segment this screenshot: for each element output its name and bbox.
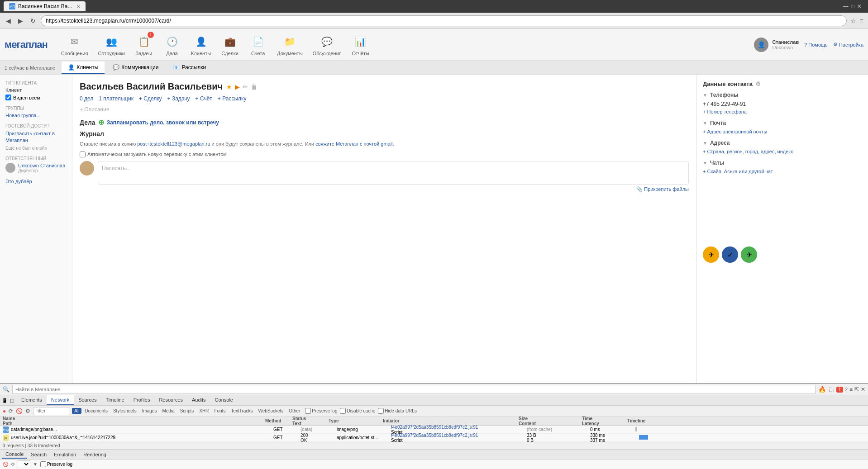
add-bill[interactable]: + Счёт: [196, 95, 212, 102]
nav-refresh-button[interactable]: ↻: [28, 16, 38, 25]
filter-images[interactable]: Images: [140, 408, 159, 414]
rendering-tab[interactable]: Rendering: [80, 451, 110, 458]
filter-scripts[interactable]: Scripts: [178, 408, 196, 414]
console-clear-btn[interactable]: 🚫: [3, 462, 8, 467]
toolbar-deals[interactable]: 💼 Сделки: [216, 31, 243, 59]
star-icon[interactable]: ★: [226, 83, 232, 90]
settings-icon[interactable]: ⚙: [755, 81, 761, 87]
filter-texttracks[interactable]: TextTracks: [229, 408, 255, 414]
devtools-dots-icon[interactable]: ≡: [849, 386, 853, 393]
add-mailing[interactable]: + Рассылку: [218, 95, 247, 102]
row-initiator-link-2[interactable]: f4e02a997f2d5aa35b8591cb8edf97c2.js:91: [391, 433, 478, 438]
chats-title[interactable]: ▼ Чаты: [703, 160, 862, 166]
compose-input[interactable]: Написать...: [98, 161, 689, 185]
filter-other[interactable]: Other: [286, 408, 302, 414]
tab-close-button[interactable]: ✕: [76, 4, 80, 9]
overlay-btn-2[interactable]: ✓: [722, 246, 738, 263]
devtools-inspect-icon[interactable]: ⬚: [10, 398, 14, 403]
refresh-button[interactable]: ⟳: [9, 408, 13, 414]
toolbar-bills[interactable]: 📄 Счета: [244, 31, 272, 59]
add-deal[interactable]: + Сделку: [139, 95, 162, 102]
address-title[interactable]: ▼ Адреса: [703, 140, 862, 146]
tab-console[interactable]: Console: [210, 395, 238, 405]
filter-websockets[interactable]: WebSockets: [256, 408, 286, 414]
filter-documents[interactable]: Documents: [82, 408, 110, 414]
email-title[interactable]: ▼ Почта: [703, 120, 862, 126]
payer-label[interactable]: 1 плательщик: [99, 95, 134, 102]
toolbar-discussions[interactable]: 💬 Обсуждения: [308, 31, 346, 59]
tab-audits[interactable]: Audits: [187, 395, 210, 405]
nav-forward-button[interactable]: ▶: [16, 16, 25, 25]
window-close[interactable]: ✕: [857, 3, 862, 9]
add-task[interactable]: + Задачу: [167, 95, 190, 102]
overlay-btn-1[interactable]: ✈: [703, 246, 719, 263]
devtools-close-icon[interactable]: ✕: [861, 386, 865, 393]
filter-icon-button[interactable]: ⚙: [25, 408, 30, 414]
clear-button[interactable]: 🚫: [16, 408, 23, 414]
settings-link[interactable]: ⚙ Настройка: [833, 42, 863, 47]
nav-back-button[interactable]: ◀: [4, 16, 13, 25]
filter-stylesheets[interactable]: Stylesheets: [111, 408, 139, 414]
menu-button[interactable]: ≡: [859, 16, 864, 25]
address-bar[interactable]: [41, 15, 847, 26]
console-frame-select[interactable]: [18, 460, 30, 468]
nav-tab-clients[interactable]: 👤 Клиенты: [62, 62, 105, 74]
filter-fonts[interactable]: Fonts: [212, 408, 228, 414]
window-maximize[interactable]: □: [851, 3, 854, 9]
schedule-link[interactable]: Запланировать дело, звонок или встречу: [107, 119, 219, 126]
search-tab[interactable]: Search: [27, 451, 50, 458]
delete-icon[interactable]: 🗑: [251, 83, 257, 90]
filter-all[interactable]: All: [72, 408, 81, 414]
add-phone[interactable]: + Номер телефона: [703, 109, 862, 114]
bookmark-button[interactable]: ☆: [849, 16, 857, 25]
console-preserve-checkbox[interactable]: [40, 461, 46, 467]
deals-count[interactable]: 0 дел: [80, 95, 93, 102]
emulation-tab[interactable]: Emulation: [50, 451, 80, 458]
filter-input[interactable]: [33, 407, 69, 415]
nav-tab-communications[interactable]: 💬 Коммуникации: [106, 62, 165, 74]
console-dropdown-icon[interactable]: ▼: [33, 462, 38, 467]
window-minimize[interactable]: —: [843, 3, 849, 9]
filter-xhr[interactable]: XHR: [197, 408, 211, 414]
tab-timeline[interactable]: Timeline: [101, 395, 129, 405]
add-address[interactable]: + Страна, регион, город, адрес, индекс: [703, 149, 862, 154]
new-group-link[interactable]: Новая группа...: [5, 113, 41, 118]
console-filter-btn[interactable]: ⚙: [11, 462, 15, 467]
devtools-mobile-icon[interactable]: 📱: [2, 398, 7, 403]
journal-email-link[interactable]: post+testoktell123@megaplan.ru: [137, 141, 210, 147]
invite-link[interactable]: Пригласить контакт в Мегаплан: [5, 130, 67, 144]
toolbar-docs[interactable]: 📁 Документы: [272, 31, 307, 59]
devtools-expand-icon[interactable]: ⇱: [854, 386, 859, 393]
toolbar-messages[interactable]: ✉ Сообщения: [57, 31, 93, 59]
toolbar-employees[interactable]: 👥 Сотрудники: [93, 31, 129, 59]
table-row[interactable]: js userLive.json?uid=1000030&a=&_=141614…: [0, 434, 868, 442]
record-button[interactable]: ●: [3, 408, 6, 414]
filter-media[interactable]: Media: [160, 408, 176, 414]
toolbar-cases[interactable]: 🕐 Дела: [158, 31, 186, 59]
tab-resources[interactable]: Resources: [154, 395, 187, 405]
phones-title[interactable]: ▼ Телефоны: [703, 92, 862, 98]
visible-checkbox[interactable]: [5, 95, 11, 100]
preserve-log-checkbox[interactable]: [305, 408, 311, 414]
hide-data-urls-checkbox[interactable]: [378, 408, 384, 414]
forward-icon[interactable]: ▶: [235, 83, 240, 90]
attach-files[interactable]: 📎 Прикрепить файлы: [80, 186, 689, 192]
tab-sources[interactable]: Sources: [74, 395, 101, 405]
responsible-name[interactable]: Unknown Станислав: [18, 163, 65, 168]
add-description[interactable]: + Описание: [80, 106, 689, 113]
toolbar-clients[interactable]: 👤 Клиенты: [186, 31, 215, 59]
nav-tab-mailings[interactable]: 📧 Рассылки: [167, 62, 212, 74]
browser-tab[interactable]: МП Васильев Васил Ва... ✕: [4, 1, 86, 11]
cases-add-icon[interactable]: ⊕: [98, 118, 104, 127]
tab-elements[interactable]: Elements: [17, 395, 47, 405]
journal-gmail-link[interactable]: свяжите Мегаплан с почтой gmail.: [315, 141, 394, 147]
add-email[interactable]: + Адрес электронной почты: [703, 129, 862, 134]
help-link[interactable]: ? Помощь: [804, 42, 828, 47]
auto-checkbox[interactable]: [80, 152, 86, 157]
tab-profiles[interactable]: Profiles: [129, 395, 155, 405]
search-megaplan-input[interactable]: [12, 385, 816, 394]
duplicate-link[interactable]: Это дублёр: [5, 179, 32, 184]
edit-icon[interactable]: ✏: [243, 83, 248, 90]
row-initiator-link-1[interactable]: f4e02a997f2d5aa35b8591cb8edf97c2.js:91: [391, 425, 478, 430]
toolbar-tasks[interactable]: 📋 1 Задачи: [130, 31, 157, 59]
